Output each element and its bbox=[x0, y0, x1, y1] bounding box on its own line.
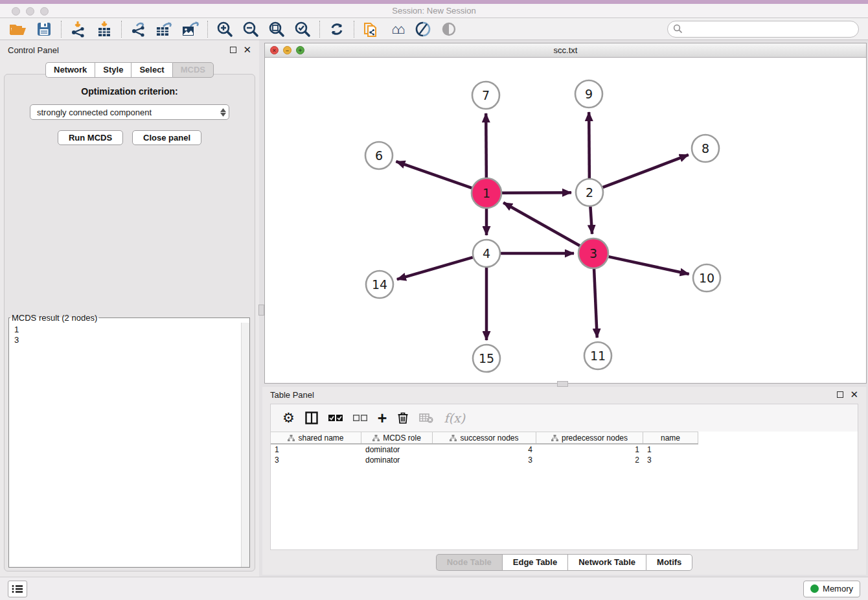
network-canvas[interactable]: 1234678910111415 bbox=[265, 58, 866, 383]
graph-node-9[interactable]: 9 bbox=[575, 80, 602, 108]
column-header-name[interactable]: name bbox=[643, 432, 698, 443]
column-header-successor-nodes[interactable]: successor nodes bbox=[433, 432, 536, 443]
network-window-titlebar[interactable]: × – + scc.txt bbox=[265, 43, 866, 58]
run-mcds-button[interactable]: Run MCDS bbox=[58, 130, 123, 145]
criterion-dropdown[interactable]: strongly connected component bbox=[30, 104, 229, 120]
graph-edge-3-1[interactable] bbox=[503, 203, 580, 246]
deselect-all-icon[interactable] bbox=[353, 408, 367, 428]
column-header-shared-name[interactable]: shared name bbox=[271, 432, 361, 443]
table-row[interactable]: 3dominator323 bbox=[271, 455, 858, 465]
result-line: 3 bbox=[14, 335, 249, 345]
graph-edge-1-6[interactable] bbox=[396, 161, 472, 188]
show-hide-button[interactable] bbox=[436, 19, 462, 40]
search-input[interactable] bbox=[685, 23, 858, 36]
zoom-out-icon bbox=[242, 21, 259, 38]
toolbar-separator bbox=[207, 21, 208, 38]
mcds-result-lines: 13 bbox=[9, 323, 249, 345]
float-panel-icon[interactable] bbox=[230, 47, 236, 53]
refresh-button[interactable] bbox=[324, 19, 350, 40]
table-settings-gear-icon[interactable]: ⚙ bbox=[282, 408, 295, 428]
tab-motifs[interactable]: Motifs bbox=[646, 554, 692, 571]
graph-node-15[interactable]: 15 bbox=[473, 345, 500, 372]
graph-node-14[interactable]: 14 bbox=[366, 271, 393, 298]
painter-icon bbox=[415, 21, 431, 37]
column-header-label: successor nodes bbox=[460, 433, 518, 443]
open-folder-icon bbox=[10, 22, 27, 36]
network-maximize-button[interactable]: + bbox=[296, 46, 304, 54]
close-table-panel-icon[interactable]: ✕ bbox=[850, 391, 858, 398]
graph-node-11[interactable]: 11 bbox=[584, 342, 611, 369]
graph-node-1[interactable]: 1 bbox=[472, 178, 501, 208]
graph-node-10[interactable]: 10 bbox=[693, 264, 720, 292]
memory-button[interactable]: Memory bbox=[803, 581, 860, 597]
export-image-button[interactable] bbox=[177, 19, 203, 40]
export-table-icon bbox=[155, 21, 174, 38]
zoom-fit-button[interactable] bbox=[264, 19, 290, 40]
zoom-selected-button[interactable] bbox=[290, 19, 315, 40]
graph-edge-2-9[interactable] bbox=[589, 112, 589, 178]
graph-edge-4-14[interactable] bbox=[397, 257, 473, 279]
graph-node-8[interactable]: 8 bbox=[692, 135, 719, 162]
graph-node-4[interactable]: 4 bbox=[473, 240, 500, 267]
network-graph: 1234678910111415 bbox=[265, 58, 866, 383]
graph-node-2[interactable]: 2 bbox=[576, 179, 603, 206]
graph-edge-2-8[interactable] bbox=[603, 155, 689, 187]
node-label: 4 bbox=[483, 246, 490, 260]
status-bar: Memory bbox=[0, 577, 868, 600]
float-table-panel-icon[interactable] bbox=[837, 391, 843, 398]
graph-edge-2-3[interactable] bbox=[590, 207, 592, 234]
search-box[interactable] bbox=[667, 21, 859, 38]
result-scrollbar[interactable] bbox=[241, 323, 249, 567]
delete-column-trash-icon[interactable] bbox=[397, 408, 409, 428]
column-header-MCDS-role[interactable]: MCDS role bbox=[361, 432, 433, 443]
table-toolbar: ⚙ + f(x) bbox=[271, 404, 858, 432]
zoom-out-button[interactable] bbox=[238, 19, 264, 40]
tab-node-table[interactable]: Node Table bbox=[436, 554, 502, 571]
network-close-button[interactable]: × bbox=[270, 46, 279, 54]
mcds-panel: Optimization criterion: strongly connect… bbox=[4, 74, 255, 571]
toolbar-separator bbox=[61, 21, 62, 38]
close-panel-icon[interactable]: ✕ bbox=[243, 47, 251, 53]
export-image-icon bbox=[181, 21, 200, 38]
graph-edge-1-7[interactable] bbox=[486, 113, 486, 178]
import-table-button[interactable] bbox=[91, 19, 117, 40]
tab-network-table[interactable]: Network Table bbox=[567, 554, 646, 571]
close-panel-button[interactable]: Close panel bbox=[132, 130, 201, 145]
tab-mcds[interactable]: MCDS bbox=[172, 62, 214, 78]
control-panel-tabs: NetworkStyleSelectMCDS bbox=[0, 62, 259, 78]
session-title: Session: New Session bbox=[0, 6, 868, 16]
vertical-splitter-handle[interactable] bbox=[557, 381, 568, 387]
show-columns-icon[interactable] bbox=[305, 408, 318, 428]
import-network-button[interactable] bbox=[65, 19, 91, 40]
node-label: 14 bbox=[372, 277, 387, 292]
graph-edge-3-11[interactable] bbox=[594, 269, 597, 338]
criterion-value: strongly connected component bbox=[37, 108, 152, 117]
memory-status-icon bbox=[810, 584, 819, 593]
open-session-button[interactable] bbox=[5, 19, 31, 40]
function-builder-icon-disabled: f(x) bbox=[444, 408, 465, 428]
horizontal-splitter-handle[interactable] bbox=[258, 305, 264, 316]
select-all-icon[interactable] bbox=[328, 408, 343, 428]
graph-edge-1-2[interactable] bbox=[502, 192, 571, 193]
mcds-home-button[interactable]: ⌂⌂ bbox=[384, 19, 410, 40]
add-column-icon[interactable]: + bbox=[378, 408, 387, 428]
table-row[interactable]: 1dominator411 bbox=[271, 444, 858, 455]
save-session-button[interactable] bbox=[31, 19, 57, 40]
graph-edge-3-10[interactable] bbox=[608, 257, 689, 274]
column-header-predecessor-nodes[interactable]: predecessor nodes bbox=[536, 432, 643, 443]
painter-button[interactable] bbox=[410, 19, 436, 40]
tab-style[interactable]: Style bbox=[95, 62, 131, 78]
zoom-in-button[interactable] bbox=[212, 19, 238, 40]
tab-edge-table[interactable]: Edge Table bbox=[502, 554, 567, 571]
task-history-button[interactable] bbox=[8, 581, 27, 597]
graph-node-7[interactable]: 7 bbox=[472, 82, 499, 109]
tab-select[interactable]: Select bbox=[131, 62, 172, 78]
export-network-button[interactable] bbox=[126, 19, 152, 40]
column-header-label: shared name bbox=[298, 433, 343, 443]
graph-node-6[interactable]: 6 bbox=[365, 142, 393, 169]
network-minimize-button[interactable]: – bbox=[283, 46, 291, 54]
export-table-button[interactable] bbox=[152, 19, 177, 40]
tab-network[interactable]: Network bbox=[45, 62, 95, 78]
graph-node-3[interactable]: 3 bbox=[578, 238, 608, 268]
clone-network-button[interactable] bbox=[358, 19, 384, 40]
